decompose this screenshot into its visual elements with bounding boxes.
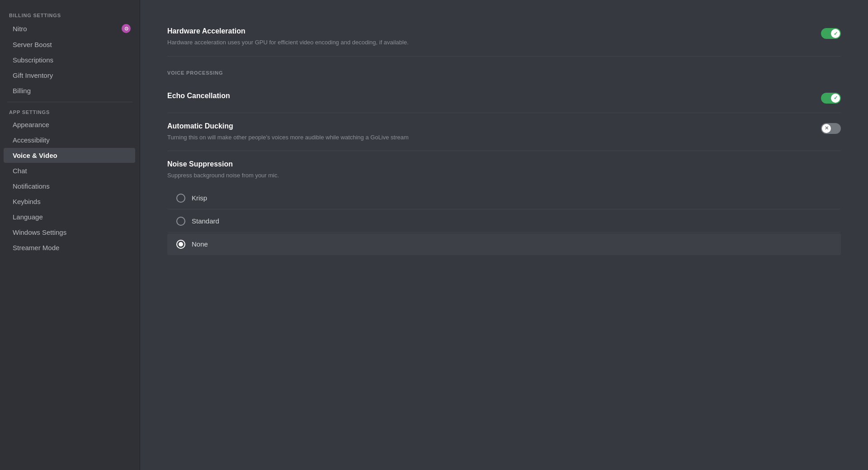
noise-standard-option[interactable]: Standard <box>167 210 841 233</box>
accessibility-label: Accessibility <box>13 136 50 144</box>
sidebar-item-nitro[interactable]: Nitro ⊙ <box>4 20 135 37</box>
noise-suppression-desc: Suppress background noise from your mic. <box>167 171 841 180</box>
voice-video-label: Voice & Video <box>13 152 57 159</box>
echo-check-icon: ✓ <box>834 95 838 101</box>
main-content: Hardware Acceleration Hardware accelerat… <box>140 0 868 470</box>
appearance-label: Appearance <box>13 121 49 128</box>
echo-cancellation-toggle-knob: ✓ <box>831 94 840 103</box>
sidebar-item-billing[interactable]: Billing <box>4 83 135 98</box>
automatic-ducking-desc: Turning this on will make other people's… <box>167 133 803 142</box>
hardware-acceleration-text: Hardware Acceleration Hardware accelerat… <box>167 27 821 47</box>
nitro-icon: ⊙ <box>122 24 131 33</box>
noise-suppression-title: Noise Suppression <box>167 160 841 168</box>
hardware-acceleration-row: Hardware Acceleration Hardware accelerat… <box>167 18 841 57</box>
echo-cancellation-toggle[interactable]: ✓ <box>821 93 841 104</box>
krisp-label: Krisp <box>192 194 207 202</box>
hardware-acceleration-toggle[interactable]: ✓ <box>821 28 841 39</box>
sidebar-item-subscriptions[interactable]: Subscriptions <box>4 52 135 67</box>
automatic-ducking-title: Automatic Ducking <box>167 122 803 130</box>
none-radio-inner <box>179 242 183 247</box>
sidebar-item-appearance[interactable]: Appearance <box>4 117 135 132</box>
nitro-label: Nitro <box>13 25 27 33</box>
sidebar-item-gift-inventory[interactable]: Gift Inventory <box>4 68 135 83</box>
noise-none-option[interactable]: None <box>167 233 841 255</box>
automatic-ducking-text: Automatic Ducking Turning this on will m… <box>167 122 821 142</box>
sidebar-item-keybinds[interactable]: Keybinds <box>4 194 135 209</box>
sidebar-item-voice-video[interactable]: Voice & Video <box>4 148 135 163</box>
billing-section-label: BILLING SETTINGS <box>0 9 140 20</box>
hardware-acceleration-title: Hardware Acceleration <box>167 27 803 35</box>
echo-cancellation-row: Echo Cancellation ✓ <box>167 83 841 113</box>
chat-label: Chat <box>13 167 27 175</box>
hardware-acceleration-desc: Hardware acceleration uses your GPU for … <box>167 38 803 47</box>
gift-inventory-label: Gift Inventory <box>13 71 53 79</box>
sidebar-item-language[interactable]: Language <box>4 209 135 224</box>
none-label: None <box>192 240 208 248</box>
sidebar: BILLING SETTINGS Nitro ⊙ Server Boost Su… <box>0 0 140 470</box>
none-radio-circle <box>176 240 185 249</box>
streamer-mode-label: Streamer Mode <box>13 244 59 252</box>
check-icon: ✓ <box>834 31 838 37</box>
sidebar-item-chat[interactable]: Chat <box>4 163 135 178</box>
echo-cancellation-title: Echo Cancellation <box>167 92 803 100</box>
sidebar-item-streamer-mode[interactable]: Streamer Mode <box>4 240 135 255</box>
voice-processing-label: VOICE PROCESSING <box>167 70 841 76</box>
sidebar-item-notifications[interactable]: Notifications <box>4 179 135 194</box>
server-boost-label: Server Boost <box>13 41 52 48</box>
voice-processing-section: VOICE PROCESSING Echo Cancellation ✓ Aut… <box>167 57 841 255</box>
sidebar-item-accessibility[interactable]: Accessibility <box>4 133 135 147</box>
notifications-label: Notifications <box>13 182 50 190</box>
noise-suppression-section: Noise Suppression Suppress background no… <box>167 151 841 255</box>
krisp-radio-circle <box>176 194 185 203</box>
x-icon: ✕ <box>825 125 829 131</box>
keybinds-label: Keybinds <box>13 198 41 205</box>
sidebar-item-server-boost[interactable]: Server Boost <box>4 37 135 52</box>
echo-cancellation-text: Echo Cancellation <box>167 92 821 103</box>
automatic-ducking-toggle[interactable]: ✕ <box>821 123 841 134</box>
subscriptions-label: Subscriptions <box>13 56 53 64</box>
automatic-ducking-toggle-knob: ✕ <box>822 124 831 133</box>
windows-settings-label: Windows Settings <box>13 228 66 236</box>
sidebar-divider <box>7 102 132 102</box>
noise-krisp-option[interactable]: Krisp <box>167 187 841 209</box>
hardware-acceleration-toggle-knob: ✓ <box>831 29 840 38</box>
language-label: Language <box>13 213 43 221</box>
standard-label: Standard <box>192 217 219 225</box>
sidebar-item-windows-settings[interactable]: Windows Settings <box>4 225 135 240</box>
app-section-label: APP SETTINGS <box>0 106 140 117</box>
automatic-ducking-row: Automatic Ducking Turning this on will m… <box>167 113 841 152</box>
billing-label: Billing <box>13 87 31 95</box>
standard-radio-circle <box>176 217 185 226</box>
